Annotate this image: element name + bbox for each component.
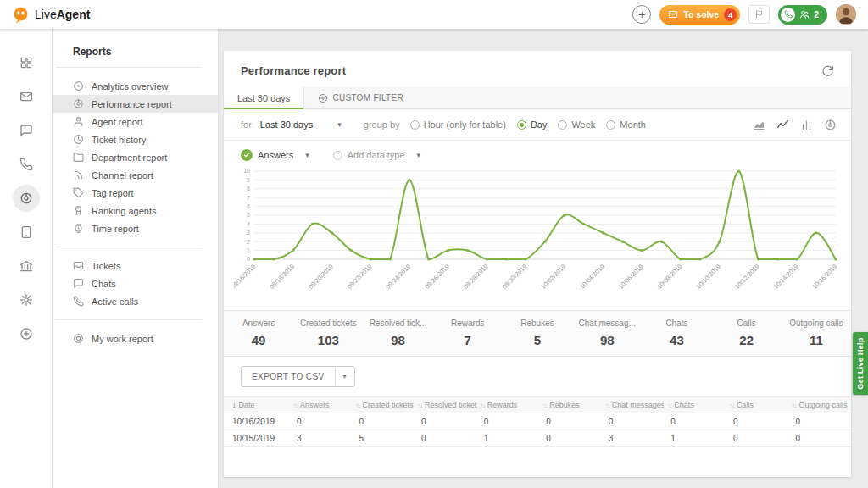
- table-row[interactable]: 10/15/2019350103100: [224, 430, 851, 447]
- card-header: Performance report: [224, 51, 851, 87]
- rail-item-add-new[interactable]: [13, 320, 40, 347]
- add-data-type-button[interactable]: Add data type ▾: [333, 150, 420, 160]
- refresh-button[interactable]: [821, 64, 834, 77]
- svg-text:09/26/2019: 09/26/2019: [423, 263, 451, 291]
- grid-icon: [19, 56, 33, 69]
- sort-icon: ↑↓: [293, 402, 298, 408]
- rail-item-reports[interactable]: [13, 185, 40, 212]
- disc-icon: [73, 80, 84, 92]
- tag-icon: [73, 187, 84, 198]
- create-new-button[interactable]: +: [632, 5, 651, 24]
- sidebar-item-tickets[interactable]: Tickets: [53, 257, 218, 274]
- app-root: LiveAgent + To solve 4 2: [0, 0, 868, 488]
- sidebar-item-agent-report[interactable]: Agent report: [53, 113, 218, 130]
- column-answers[interactable]: ↑↓Answers: [290, 401, 353, 409]
- main-area: Performance report Last 30 daysCUSTOM FI…: [219, 29, 868, 488]
- area-icon: [753, 119, 765, 131]
- avatar[interactable]: [836, 4, 856, 25]
- tab-last-30-days[interactable]: Last 30 days: [224, 87, 304, 108]
- export-caret-icon[interactable]: ▾: [335, 368, 354, 385]
- tablet-icon: [19, 225, 33, 239]
- stat-calls: Calls22: [712, 319, 782, 347]
- column-chat-messages[interactable]: ↑↓Chat messages: [602, 401, 665, 409]
- sidebar-divider: [56, 247, 203, 247]
- chat-icon: [73, 278, 84, 289]
- radio-month[interactable]: Month: [606, 119, 646, 130]
- add-data-type-label: Add data type: [348, 150, 405, 160]
- rail-item-chats[interactable]: [13, 117, 40, 144]
- radio-circle-icon: [517, 120, 526, 130]
- inbox-icon: [73, 260, 84, 271]
- series-dropdown[interactable]: Answers ▾: [241, 149, 309, 161]
- line-icon: [776, 119, 789, 131]
- flag-button[interactable]: [748, 5, 770, 24]
- group-by-label: group by: [364, 119, 400, 130]
- rail-item-settings[interactable]: [13, 286, 40, 313]
- sort-icon: ↑↓: [730, 402, 734, 408]
- radio-circle-icon: [558, 120, 567, 130]
- column-rebukes[interactable]: ↑↓Rebukes: [539, 401, 602, 409]
- radio-hour-only-for-table[interactable]: Hour (only for table): [410, 119, 506, 130]
- area-chart-button[interactable]: [749, 115, 768, 134]
- column-resolved-tickets[interactable]: ↑↓Resolved tickets: [415, 401, 477, 409]
- column-date[interactable]: ↓Date: [224, 401, 290, 409]
- range-value: Last 30 days: [260, 119, 313, 130]
- column-outgoing-calls[interactable]: ↑↓Outgoing calls: [788, 401, 851, 409]
- bar-chart-button[interactable]: [797, 115, 815, 134]
- active-calls-button[interactable]: 2: [778, 5, 827, 25]
- stat-resolved-tick: Resolved tick...98: [363, 319, 432, 347]
- export-csv-button[interactable]: EXPORT TO CSV ▾: [241, 366, 355, 387]
- rail-item-devices[interactable]: [13, 219, 40, 246]
- range-dropdown[interactable]: Last 30 days ▾: [260, 119, 342, 130]
- radio-circle-icon: [606, 120, 615, 130]
- column-rewards[interactable]: ↑↓Rewards: [477, 401, 540, 409]
- rail-item-calls[interactable]: [13, 151, 40, 178]
- sidebar-item-chats[interactable]: Chats: [53, 274, 218, 292]
- flag-icon: [754, 9, 765, 19]
- sidebar-item-time-report[interactable]: Time report: [53, 219, 218, 237]
- sidebar-item-tag-report[interactable]: Tag report: [53, 184, 218, 202]
- folder-icon: [73, 152, 84, 163]
- rail-item-tickets[interactable]: [13, 83, 40, 110]
- people-icon: [799, 9, 810, 19]
- column-created-tickets[interactable]: ↑↓Created tickets: [353, 401, 415, 409]
- donut-icon: [19, 191, 33, 205]
- svg-text:4: 4: [247, 221, 250, 227]
- target-icon: [73, 333, 84, 344]
- rail-item-billing[interactable]: [13, 252, 40, 280]
- tab-custom-filter[interactable]: CUSTOM FILTER: [304, 87, 417, 108]
- donut-icon: [824, 119, 837, 131]
- sort-icon: ↑↓: [481, 402, 485, 408]
- svg-text:09/18/2019: 09/18/2019: [268, 263, 296, 291]
- column-chats[interactable]: ↑↓Chats: [664, 401, 726, 409]
- rail-item-dashboard[interactable]: [13, 49, 40, 76]
- chat-icon: [19, 124, 33, 137]
- sidebar-item-active-calls[interactable]: Active calls: [53, 292, 218, 310]
- to-solve-button[interactable]: To solve 4: [659, 5, 740, 25]
- to-solve-count-badge: 4: [724, 8, 737, 21]
- sort-icon: ↑↓: [792, 402, 796, 408]
- sidebar-item-ticket-history[interactable]: Ticket history: [53, 130, 218, 148]
- award-icon: [73, 205, 84, 216]
- sort-icon: ↑↓: [667, 402, 671, 408]
- sidebar-item-analytics-overview[interactable]: Analytics overview: [53, 77, 218, 95]
- column-calls[interactable]: ↑↓Calls: [726, 401, 789, 409]
- radio-week[interactable]: Week: [558, 119, 595, 130]
- radio-day[interactable]: Day: [517, 119, 548, 130]
- sidebar-divider: [56, 319, 203, 320]
- plus-circle-icon: [19, 327, 33, 341]
- sidebar-item-performance-report[interactable]: Performance report: [53, 95, 218, 113]
- table-row[interactable]: 10/16/2019000000000: [224, 413, 851, 430]
- sidebar-item-department-report[interactable]: Department report: [53, 148, 218, 166]
- sidebar-item-channel-report[interactable]: Channel report: [53, 166, 218, 184]
- get-live-help-button[interactable]: Get Live Help: [853, 332, 868, 395]
- sidebar-item-my-work-report[interactable]: My work report: [53, 330, 218, 347]
- stat-rebukes: Rebukes5: [503, 319, 572, 347]
- series-label: Answers: [258, 150, 293, 160]
- sort-icon: ↑↓: [542, 402, 547, 408]
- sidebar-item-ranking-agents[interactable]: Ranking agents: [53, 202, 218, 219]
- brand-logo[interactable]: LiveAgent: [12, 6, 90, 24]
- donut-chart-button[interactable]: [821, 115, 839, 134]
- svg-text:09/20/2019: 09/20/2019: [307, 263, 335, 291]
- line-chart-button[interactable]: [773, 115, 792, 134]
